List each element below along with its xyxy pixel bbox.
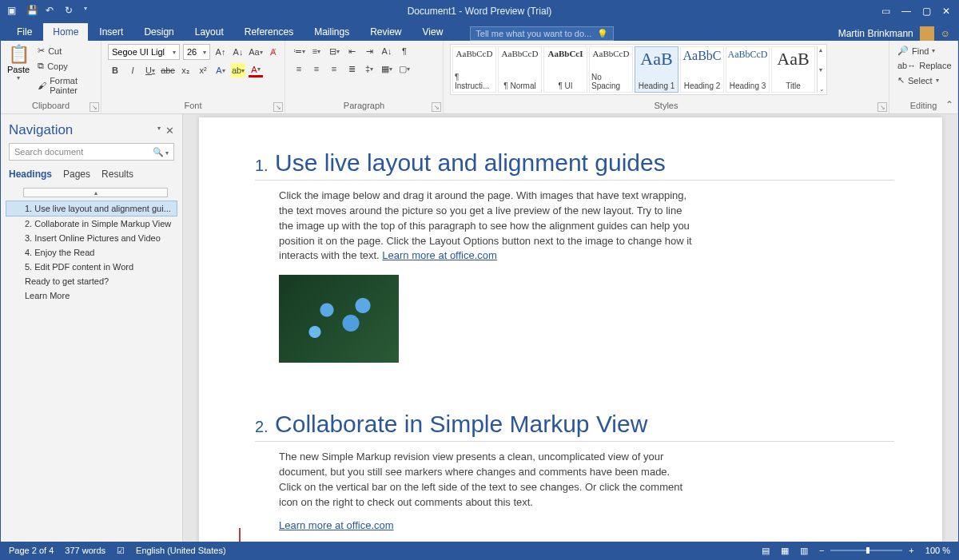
nav-search-input[interactable]: Search document 🔍 ▾: [9, 143, 174, 161]
shading-button[interactable]: ▦▾: [380, 62, 394, 76]
smiley-icon[interactable]: ☺: [941, 28, 950, 39]
tell-me-search[interactable]: Tell me what you want to do... 💡: [470, 26, 614, 41]
align-left-button[interactable]: ≡: [292, 62, 306, 76]
tab-home[interactable]: Home: [43, 23, 88, 41]
heading-1[interactable]: 1. Use live layout and alignment guides: [255, 149, 894, 181]
nav-item[interactable]: 5. Edit PDF content in Word: [6, 260, 177, 274]
bullets-button[interactable]: ≔▾: [292, 44, 306, 58]
zoom-slider[interactable]: − +: [819, 546, 914, 555]
text-effects-button[interactable]: A▾: [213, 63, 228, 77]
styles-more-icon[interactable]: ⌄: [819, 85, 825, 93]
grow-font-button[interactable]: A↑: [213, 45, 228, 59]
nav-item[interactable]: 3. Insert Online Pictures and Video: [6, 231, 177, 245]
styles-gallery[interactable]: AaBbCcD¶ Instructi... AaBbCcD¶ Normal Aa…: [450, 44, 827, 95]
zoom-thumb[interactable]: [866, 547, 869, 554]
ribbon-display-icon[interactable]: ▭: [881, 6, 890, 17]
multilevel-button[interactable]: ⊟▾: [327, 44, 341, 58]
web-layout-icon[interactable]: ▥: [800, 546, 808, 556]
subscript-button[interactable]: x₂: [178, 63, 193, 77]
clipboard-launcher-icon[interactable]: ↘: [90, 102, 99, 112]
change-case-button[interactable]: Aa▾: [249, 45, 263, 59]
tab-references[interactable]: References: [235, 23, 303, 41]
zoom-in-icon[interactable]: +: [909, 546, 913, 555]
styles-launcher-icon[interactable]: ↘: [877, 102, 887, 112]
numbering-button[interactable]: ≡▾: [309, 44, 324, 58]
minimize-icon[interactable]: —: [901, 6, 911, 17]
bold-button[interactable]: B: [108, 63, 122, 77]
nav-close-icon[interactable]: ✕: [165, 125, 174, 137]
heading-2[interactable]: 2. Collaborate in Simple Markup View: [255, 411, 894, 442]
redo-icon[interactable]: ↻: [65, 5, 78, 18]
superscript-button[interactable]: x²: [196, 63, 210, 77]
navtab-pages[interactable]: Pages: [63, 169, 90, 180]
style-ui[interactable]: AaBbCcI¶ UI: [543, 46, 587, 93]
nav-item[interactable]: 4. Enjoy the Read: [6, 245, 177, 260]
font-color-button[interactable]: A▾: [249, 63, 263, 77]
nav-collapse-toggle[interactable]: ▴: [23, 188, 168, 197]
underline-button[interactable]: U▾: [143, 63, 157, 77]
tab-insert[interactable]: Insert: [90, 23, 133, 41]
spellcheck-icon[interactable]: ☑: [117, 546, 125, 556]
decrease-indent-button[interactable]: ⇤: [344, 44, 359, 58]
style-heading1[interactable]: AaBHeading 1: [635, 46, 678, 93]
zoom-percent[interactable]: 100 %: [925, 546, 950, 555]
maximize-icon[interactable]: ▢: [922, 6, 931, 17]
style-instructions[interactable]: AaBbCcD¶ Instructi...: [452, 46, 496, 93]
font-name-combo[interactable]: Segoe UI Ligl▾: [108, 44, 180, 60]
save-icon[interactable]: 💾: [26, 5, 39, 18]
document-page[interactable]: 1. Use live layout and alignment guides …: [199, 117, 942, 542]
navtab-headings[interactable]: Headings: [9, 169, 52, 180]
tab-design[interactable]: Design: [134, 23, 183, 41]
close-icon[interactable]: ✕: [942, 6, 950, 17]
nav-item[interactable]: 2. Collaborate in Simple Markup View: [6, 216, 177, 231]
tab-mailings[interactable]: Mailings: [304, 23, 359, 41]
cut-button[interactable]: ✂Cut: [36, 44, 94, 58]
user-info[interactable]: Martin Brinkmann ☺: [838, 26, 958, 41]
select-button[interactable]: ↖Select▾: [896, 73, 953, 87]
replace-button[interactable]: ab↔Replace: [896, 59, 953, 72]
clear-format-button[interactable]: А̸: [266, 45, 281, 59]
learn-more-link[interactable]: Learn more at office.com: [279, 519, 394, 531]
status-language[interactable]: English (United States): [136, 546, 226, 555]
paste-button[interactable]: 📋 Paste ▾: [7, 44, 30, 81]
styles-up-icon[interactable]: ▴: [819, 46, 825, 54]
line-spacing-button[interactable]: ‡▾: [362, 62, 376, 76]
chevron-down-icon[interactable]: ▾: [164, 149, 169, 157]
align-center-button[interactable]: ≡: [309, 62, 324, 76]
style-heading3[interactable]: AaBbCcDHeading 3: [726, 46, 770, 93]
font-size-combo[interactable]: 26▾: [183, 44, 210, 60]
navtab-results[interactable]: Results: [101, 169, 133, 180]
italic-button[interactable]: I: [125, 63, 140, 77]
copy-button[interactable]: ⧉Copy: [36, 59, 94, 73]
status-words[interactable]: 377 words: [65, 546, 105, 555]
style-heading2[interactable]: AaBbCHeading 2: [680, 46, 724, 93]
justify-button[interactable]: ≣: [344, 62, 359, 76]
paragraph[interactable]: The new Simple Markup revision view pres…: [279, 450, 694, 510]
undo-icon[interactable]: ↶: [46, 5, 58, 18]
styles-down-icon[interactable]: ▾: [819, 66, 825, 73]
inline-image[interactable]: [279, 275, 399, 363]
revision-bar[interactable]: [239, 528, 241, 542]
sort-button[interactable]: A↓: [380, 44, 394, 58]
paragraph-launcher-icon[interactable]: ↘: [432, 102, 441, 112]
tab-layout[interactable]: Layout: [185, 23, 233, 41]
zoom-track[interactable]: [830, 550, 902, 551]
tab-view[interactable]: View: [413, 23, 453, 41]
collapse-ribbon-icon[interactable]: ⌃: [945, 99, 953, 110]
tab-review[interactable]: Review: [360, 23, 411, 41]
nav-item[interactable]: Ready to get started?: [6, 274, 177, 288]
status-page[interactable]: Page 2 of 4: [9, 546, 54, 555]
nav-item[interactable]: Learn More: [6, 288, 177, 303]
zoom-out-icon[interactable]: −: [819, 546, 824, 555]
shrink-font-button[interactable]: A↓: [231, 45, 245, 59]
read-mode-icon[interactable]: ▤: [762, 546, 770, 556]
nav-item[interactable]: 1. Use live layout and alignment gui...: [6, 201, 177, 216]
nav-menu-icon[interactable]: ▾: [157, 125, 161, 137]
document-viewport[interactable]: 1. Use live layout and alignment guides …: [183, 114, 958, 542]
style-title[interactable]: AaBTitle: [771, 46, 815, 93]
paragraph[interactable]: Click the image below and drag it around…: [279, 189, 694, 264]
print-layout-icon[interactable]: ▦: [781, 546, 789, 556]
align-right-button[interactable]: ≡: [327, 62, 341, 76]
show-marks-button[interactable]: ¶: [397, 44, 412, 58]
find-button[interactable]: 🔎Find▾: [896, 44, 953, 58]
